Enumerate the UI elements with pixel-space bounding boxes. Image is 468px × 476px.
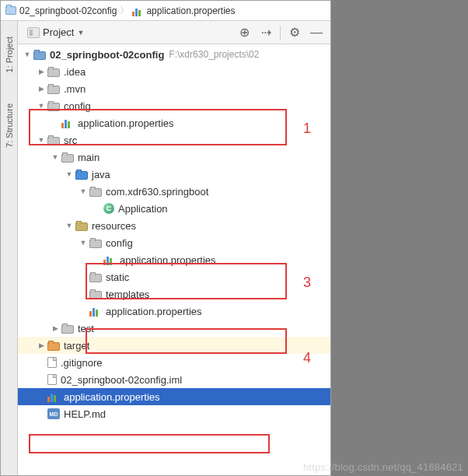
node-label: Application xyxy=(118,203,168,215)
folder-icon xyxy=(89,291,102,299)
breadcrumb-root-label: 02_springboot-02config xyxy=(19,5,117,16)
annotation-label-1: 1 xyxy=(303,121,311,137)
properties-icon xyxy=(61,117,74,128)
tree-node-target[interactable]: ▶ target xyxy=(18,337,330,354)
node-label: java xyxy=(92,169,110,180)
expand-arrow-icon[interactable]: ▶ xyxy=(37,68,46,75)
tree-node-src[interactable]: ▼ src xyxy=(18,131,330,149)
expand-arrow-icon[interactable]: ▼ xyxy=(51,153,60,161)
expand-arrow-icon[interactable]: ▼ xyxy=(65,170,74,178)
tree-node-templates[interactable]: templates xyxy=(18,285,330,303)
expand-arrow-icon[interactable]: ▼ xyxy=(79,187,88,195)
tree-node-root-props[interactable]: application.properties xyxy=(18,388,330,405)
tree-node-res-props[interactable]: application.properties xyxy=(18,303,330,320)
node-label: src xyxy=(64,135,77,146)
node-label: application.properties xyxy=(64,391,160,403)
folder-icon xyxy=(89,240,102,248)
package-icon xyxy=(89,188,102,197)
expand-arrow-icon[interactable]: ▼ xyxy=(79,239,88,247)
node-label: main xyxy=(78,152,100,163)
breadcrumb-file[interactable]: application.properties xyxy=(132,5,235,16)
tree-node-help[interactable]: MD HELP.md xyxy=(18,405,330,422)
main-wrap: 1: Project 7: Structure Project ▼ ⊕ ⇢ ⚙ … xyxy=(1,21,330,475)
folder-icon xyxy=(61,154,74,163)
node-label: 02_springboot-02config.iml xyxy=(61,374,182,386)
properties-icon xyxy=(47,391,60,402)
tree-node-package[interactable]: ▼ com.xdr630.springboot xyxy=(18,183,330,200)
tree-node-java[interactable]: ▼ java xyxy=(18,166,330,183)
markdown-icon: MD xyxy=(47,408,60,419)
expand-arrow-icon[interactable]: ▼ xyxy=(37,102,46,110)
node-label: config xyxy=(64,100,91,112)
folder-icon xyxy=(47,103,60,111)
tree-node-resources[interactable]: ▼ resources xyxy=(18,217,330,234)
tree-node-gitignore[interactable]: .gitignore xyxy=(18,354,330,371)
hide-button[interactable]: — xyxy=(307,23,326,42)
node-label: HELP.md xyxy=(64,408,106,420)
expand-arrow-icon[interactable]: ▼ xyxy=(23,51,32,58)
expand-arrow-icon[interactable]: ▶ xyxy=(37,85,46,93)
rail-tab-project-label: 1: Project xyxy=(5,37,14,72)
expand-arrow-icon[interactable]: ▶ xyxy=(37,341,46,349)
resources-folder-icon xyxy=(75,222,88,231)
tree-node-mvn[interactable]: ▶ .mvn xyxy=(18,80,330,97)
module-folder-icon xyxy=(33,51,46,60)
tree-node-static[interactable]: static xyxy=(18,268,330,285)
toolbar-divider xyxy=(280,26,281,40)
annotation-label-4: 4 xyxy=(303,350,311,366)
tree-node-config[interactable]: ▼ config xyxy=(18,97,330,114)
tree-node-application-class[interactable]: C Application xyxy=(18,200,330,217)
tree-node-project-root[interactable]: ▼ 02_springboot-02config F:\xdr630_proje… xyxy=(18,46,330,63)
breadcrumb[interactable]: 02_springboot-02config 〉 application.pro… xyxy=(1,1,330,21)
tool-window-rail: 1: Project 7: Structure xyxy=(1,21,18,475)
node-label: .idea xyxy=(64,66,86,78)
folder-icon xyxy=(47,137,60,145)
tree-node-main[interactable]: ▼ main xyxy=(18,149,330,166)
collapse-all-button[interactable]: ⇢ xyxy=(257,23,275,42)
annotation-label-3: 3 xyxy=(303,275,311,291)
minimize-icon: — xyxy=(310,26,323,40)
node-label: com.xdr630.springboot xyxy=(106,186,208,198)
collapse-icon: ⇢ xyxy=(261,25,271,40)
tree-node-res-config-props[interactable]: application.properties xyxy=(18,251,330,268)
project-view-label: Project xyxy=(43,26,74,38)
locate-button[interactable]: ⊕ xyxy=(235,23,253,42)
expand-arrow-icon[interactable]: ▼ xyxy=(37,136,46,144)
tree-node-res-config[interactable]: ▼ config xyxy=(18,234,330,251)
node-label: resources xyxy=(92,220,136,232)
project-tool-window: Project ▼ ⊕ ⇢ ⚙ — ▼ 02_springboot-02conf… xyxy=(18,21,330,475)
folder-icon xyxy=(89,274,102,282)
breadcrumb-root[interactable]: 02_springboot-02config xyxy=(5,5,117,16)
tree-node-iml[interactable]: 02_springboot-02config.iml xyxy=(18,371,330,388)
tree-node-idea[interactable]: ▶ .idea xyxy=(18,63,330,80)
folder-icon xyxy=(5,6,16,15)
settings-button[interactable]: ⚙ xyxy=(285,23,304,42)
folder-icon xyxy=(47,86,60,94)
node-path-hint: F:\xdr630_projects\02 xyxy=(169,49,259,60)
expand-arrow-icon[interactable]: ▶ xyxy=(51,324,60,332)
node-label: application.properties xyxy=(106,306,202,317)
project-view-selector[interactable]: Project ▼ xyxy=(23,25,89,40)
folder-icon xyxy=(47,68,60,77)
source-folder-icon xyxy=(75,171,88,180)
node-label: templates xyxy=(106,289,149,300)
properties-icon xyxy=(89,306,102,317)
project-tree[interactable]: ▼ 02_springboot-02config F:\xdr630_proje… xyxy=(18,44,330,475)
rail-tab-structure-label: 7: Structure xyxy=(5,103,14,148)
ide-panel: 02_springboot-02config 〉 application.pro… xyxy=(0,0,331,476)
tree-node-test[interactable]: ▶ test xyxy=(18,320,330,337)
breadcrumb-file-label: application.properties xyxy=(146,5,235,16)
rail-tab-structure[interactable]: 7: Structure xyxy=(5,103,14,148)
dropdown-icon: ▼ xyxy=(77,29,84,37)
node-label: static xyxy=(106,271,129,283)
node-label: application.properties xyxy=(78,117,174,129)
class-icon: C xyxy=(103,203,114,214)
node-label: 02_springboot-02config xyxy=(50,49,164,61)
tree-node-config-props[interactable]: application.properties xyxy=(18,114,330,131)
node-label: target xyxy=(64,340,89,352)
target-icon: ⊕ xyxy=(239,25,250,40)
node-label: .mvn xyxy=(64,83,86,95)
chevron-right-icon: 〉 xyxy=(120,4,129,17)
expand-arrow-icon[interactable]: ▼ xyxy=(65,222,74,229)
rail-tab-project[interactable]: 1: Project xyxy=(5,37,14,72)
